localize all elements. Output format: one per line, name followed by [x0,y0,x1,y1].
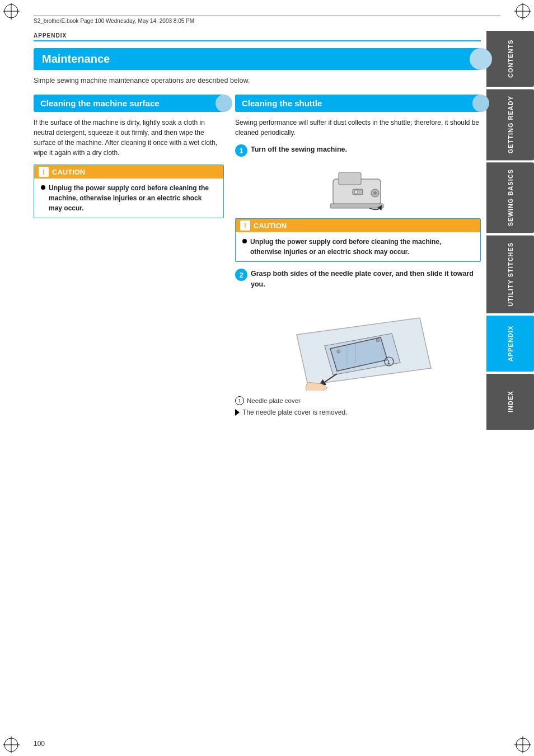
svg-rect-18 [330,204,383,208]
reg-mark-br [514,736,531,753]
step-1-circle: 1 [235,144,247,157]
maintenance-title: Maintenance [42,53,110,65]
svg-point-23 [337,350,340,353]
maintenance-title-bar: Maintenance [34,48,481,70]
svg-rect-15 [355,190,358,194]
step-1-text: Turn off the sewing machine. [251,144,347,155]
file-info-text: S2_brotherE.book Page 100 Wednesday, May… [34,18,194,24]
caution-icon-right: ! [240,220,250,231]
cleaning-shuttle-title: Cleaning the shuttle [242,98,322,108]
cleaning-machine-title: Cleaning the machine surface [40,98,160,108]
svg-point-17 [373,191,377,195]
arrow-note-text: The needle plate cover is removed. [242,408,347,416]
cleaning-machine-body: If the surface of the machine is dirty, … [34,118,224,158]
cleaning-machine-header: Cleaning the machine surface [34,95,224,112]
tab-getting-ready[interactable]: GETTING READY [486,89,534,160]
caution-item-right: Unplug the power supply cord before clea… [242,237,474,257]
annotation-1-circle: 1 [235,396,244,405]
tab-utility-stitches[interactable]: UTILITY STITCHES [486,236,534,313]
caution-label-left: CAUTION [52,168,85,176]
annotation-1-text: Needle plate cover [247,397,301,404]
step-2-row: 2 Grasp both sides of the needle plate c… [235,269,481,290]
arrow-note-row: The needle plate cover is removed. [235,408,481,416]
main-content: APPENDIX Maintenance Simple sewing machi… [34,31,481,728]
two-col-layout: Cleaning the machine surface If the surf… [34,95,481,416]
page-wrapper: S2_brotherE.book Page 100 Wednesday, May… [0,0,534,756]
needle-plate-svg: 1 [280,295,437,391]
appendix-label: APPENDIX [34,32,481,41]
svg-text:1: 1 [387,359,390,365]
maintenance-subtitle: Simple sewing machine maintenance operat… [34,77,481,84]
step-1-row: 1 Turn off the sewing machine. [235,144,481,157]
tab-appendix[interactable]: APPENDIX [486,316,534,372]
tab-index[interactable]: INDEX [486,374,534,430]
caution-label-right: CAUTION [254,222,287,230]
arrow-triangle-icon [235,409,240,416]
caution-header-right: ! CAUTION [236,219,480,232]
caution-text-right: Unplug the power supply cord before clea… [250,237,474,257]
reg-mark-tl [3,3,20,20]
reg-mark-tr [514,3,531,20]
caution-item-left: Unplug the power supply cord before clea… [41,183,217,213]
file-info-bar: S2_brotherE.book Page 100 Wednesday, May… [34,16,500,24]
caution-icon-left: ! [39,167,49,177]
svg-rect-13 [339,172,361,185]
bullet-dot-left [41,185,45,190]
step-2-text: Grasp both sides of the needle plate cov… [251,269,481,290]
annotation-1-row: 1 Needle plate cover [235,396,481,405]
cleaning-shuttle-header: Cleaning the shuttle [235,95,481,112]
caution-box-left: ! CAUTION Unplug the power supply cord b… [34,165,224,218]
caution-box-right: ! CAUTION Unplug the power supply cord b… [235,218,481,262]
reg-mark-bl [3,736,20,753]
needle-plate-illustration: 1 [235,295,481,391]
sidebar-tabs: CONTENTS GETTING READY SEWING BASICS UTI… [486,31,534,430]
caution-text-left: Unplug the power supply cord before clea… [49,183,217,213]
step-2-circle: 2 [235,269,247,281]
tab-sewing-basics[interactable]: SEWING BASICS [486,162,534,233]
caution-header-left: ! CAUTION [34,165,223,179]
page-number: 100 [34,740,45,748]
bullet-dot-right [242,239,247,243]
tab-contents[interactable]: CONTENTS [486,31,534,87]
col-right: Cleaning the shuttle Sewing performance … [235,95,481,416]
turnoff-svg [322,162,395,213]
svg-point-24 [376,339,380,342]
turnoff-illustration [235,162,481,213]
cleaning-shuttle-subtitle: Sewing performance will suffer if dust c… [235,118,481,138]
col-left: Cleaning the machine surface If the surf… [34,95,224,416]
